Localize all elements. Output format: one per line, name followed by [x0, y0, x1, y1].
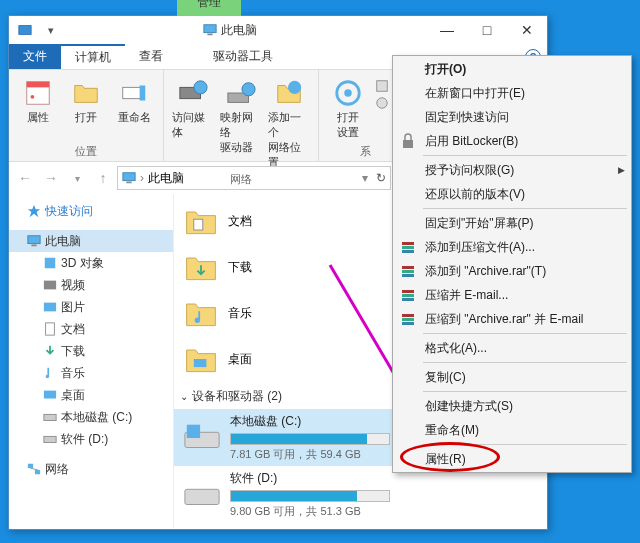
svg-point-11: [242, 83, 255, 96]
folder-label: 音乐: [228, 305, 252, 322]
cm-rename[interactable]: 重命名(M): [393, 418, 631, 442]
ribbon-open-settings-button[interactable]: 打开 设置: [327, 74, 369, 142]
cm-format[interactable]: 格式化(A)...: [393, 336, 631, 360]
drive-info-text: 9.80 GB 可用，共 51.3 GB: [230, 504, 539, 519]
sidebar-item-pictures[interactable]: 图片: [9, 296, 173, 318]
ribbon-properties-button[interactable]: 属性: [17, 74, 59, 142]
ribbon-open-button[interactable]: 打开: [65, 74, 107, 142]
ribbon-add-location-label: 添加一个 网络位置: [268, 110, 310, 170]
sidebar-quick-access[interactable]: 快速访问: [9, 200, 173, 222]
ribbon-open-settings-label: 打开 设置: [337, 110, 359, 140]
svg-rect-27: [46, 323, 55, 335]
svg-rect-43: [402, 246, 414, 249]
drive-d[interactable]: 软件 (D:) 9.80 GB 可用，共 51.3 GB: [174, 466, 547, 523]
svg-rect-30: [44, 414, 56, 420]
svg-rect-39: [187, 424, 200, 437]
qat-icon[interactable]: [13, 19, 37, 41]
cm-compress-email[interactable]: 压缩并 E-mail...: [393, 283, 631, 307]
svg-rect-44: [402, 250, 414, 253]
tab-view[interactable]: 查看: [125, 44, 177, 69]
nav-back-button[interactable]: ←: [13, 166, 37, 190]
address-path-text: 此电脑: [148, 170, 184, 187]
minimize-button[interactable]: —: [427, 16, 467, 44]
context-menu: 打开(O) 在新窗口中打开(E) 固定到快速访问 启用 BitLocker(B)…: [392, 55, 632, 473]
sidebar-item-music[interactable]: 音乐: [9, 362, 173, 384]
cm-grant-access[interactable]: 授予访问权限(G)▶: [393, 158, 631, 182]
nav-up-button[interactable]: ↑: [91, 166, 115, 190]
cm-add-archive[interactable]: 添加到压缩文件(A)...: [393, 235, 631, 259]
svg-rect-33: [35, 470, 40, 474]
svg-rect-18: [126, 182, 131, 184]
svg-rect-1: [204, 25, 216, 33]
titlebar: ▾ 此电脑 — □ ✕: [9, 16, 547, 44]
cm-copy[interactable]: 复制(C): [393, 365, 631, 389]
svg-rect-37: [194, 359, 207, 367]
sidebar-item-3d[interactable]: 3D 对象: [9, 252, 173, 274]
window-title: 此电脑: [203, 22, 257, 39]
sidebar-network[interactable]: 网络: [9, 458, 173, 480]
svg-rect-25: [44, 281, 56, 290]
cm-new-window[interactable]: 在新窗口中打开(E): [393, 81, 631, 105]
svg-rect-35: [194, 219, 203, 230]
sidebar-this-pc[interactable]: 此电脑: [9, 230, 173, 252]
folder-icon: [182, 248, 220, 286]
svg-rect-46: [402, 270, 414, 273]
address-input[interactable]: › 此电脑 ▾ ↻: [117, 166, 391, 190]
ribbon-map-drive-button[interactable]: 映射网络 驱动器: [220, 74, 262, 170]
cm-add-rar[interactable]: 添加到 "Archive.rar"(T): [393, 259, 631, 283]
ribbon-add-location-button[interactable]: 添加一个 网络位置: [268, 74, 310, 170]
drive-icon: [182, 418, 222, 458]
svg-rect-22: [28, 236, 40, 244]
cm-pin-quick[interactable]: 固定到快速访问: [393, 105, 631, 129]
ribbon-access-media-button[interactable]: 访问媒体: [172, 74, 214, 170]
svg-line-34: [31, 468, 38, 470]
tab-computer[interactable]: 计算机: [61, 44, 125, 69]
cm-restore[interactable]: 还原以前的版本(V): [393, 182, 631, 206]
ribbon-open-label: 打开: [75, 110, 97, 125]
svg-rect-41: [403, 140, 413, 148]
tab-drive-tools[interactable]: 驱动器工具: [199, 44, 287, 69]
sidebar-item-documents[interactable]: 文档: [9, 318, 173, 340]
svg-rect-24: [45, 258, 56, 269]
archive-icon: [399, 238, 417, 256]
ribbon-context-tab-manage[interactable]: 管理: [177, 0, 241, 16]
svg-rect-0: [19, 26, 31, 35]
drive-usage-bar: [230, 433, 390, 445]
svg-point-12: [288, 81, 301, 94]
maximize-button[interactable]: □: [467, 16, 507, 44]
cm-bitlocker[interactable]: 启用 BitLocker(B): [393, 129, 631, 153]
svg-rect-17: [123, 173, 135, 181]
sidebar-item-downloads[interactable]: 下载: [9, 340, 173, 362]
sidebar-item-desktop[interactable]: 桌面: [9, 384, 173, 406]
svg-rect-49: [402, 294, 414, 297]
folder-label: 桌面: [228, 351, 252, 368]
folder-icon: [182, 340, 220, 378]
ribbon-rename-button[interactable]: 重命名: [113, 74, 155, 142]
folder-label: 下载: [228, 259, 252, 276]
svg-rect-26: [44, 303, 56, 312]
sidebar-item-drive-d[interactable]: 软件 (D:): [9, 428, 173, 450]
cm-properties[interactable]: 属性(R): [393, 447, 631, 471]
cm-shortcut[interactable]: 创建快捷方式(S): [393, 394, 631, 418]
ribbon-properties-label: 属性: [27, 110, 49, 125]
sidebar: 快速访问 此电脑 3D 对象 视频 图片 文档 下载 音乐 桌面 本地磁盘 (C…: [9, 194, 174, 528]
cm-open[interactable]: 打开(O): [393, 57, 631, 81]
tab-file[interactable]: 文件: [9, 44, 61, 69]
cm-pin-start[interactable]: 固定到"开始"屏幕(P): [393, 211, 631, 235]
refresh-icon[interactable]: ↻: [376, 171, 386, 185]
svg-point-5: [31, 95, 35, 99]
address-dropdown-icon[interactable]: ▾: [362, 171, 368, 185]
svg-rect-2: [207, 34, 212, 36]
drive-icon: [182, 475, 222, 515]
cm-compress-rar-email[interactable]: 压缩到 "Archive.rar" 并 E-mail: [393, 307, 631, 331]
svg-point-28: [46, 375, 50, 379]
sidebar-item-videos[interactable]: 视频: [9, 274, 173, 296]
qat-undo-icon[interactable]: ▾: [39, 19, 63, 41]
svg-rect-29: [44, 391, 56, 399]
svg-point-16: [377, 97, 388, 108]
nav-recent-button[interactable]: ▾: [65, 166, 89, 190]
thispc-icon: [122, 171, 136, 185]
close-button[interactable]: ✕: [507, 16, 547, 44]
nav-forward-button[interactable]: →: [39, 166, 63, 190]
sidebar-item-drive-c[interactable]: 本地磁盘 (C:): [9, 406, 173, 428]
